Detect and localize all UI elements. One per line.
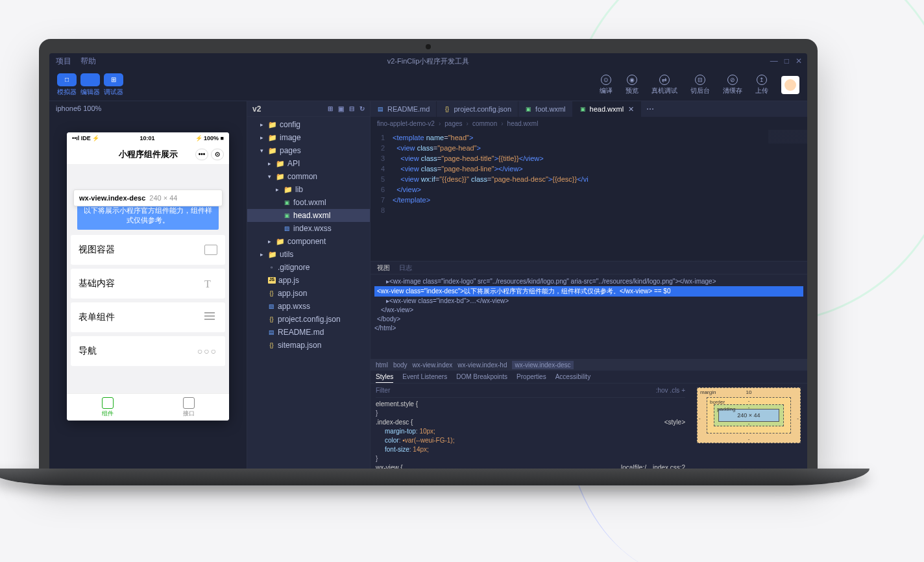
nav-title: 小程序组件展示 bbox=[119, 149, 178, 160]
list-item[interactable]: 表单组件 bbox=[71, 302, 225, 332]
maximize-icon[interactable]: □ bbox=[784, 56, 789, 66]
tree-item[interactable]: ▸📁component bbox=[247, 235, 370, 248]
tab-log[interactable]: 日志 bbox=[399, 263, 412, 273]
editor-tab[interactable]: ▣head.wxml✕ bbox=[573, 101, 642, 117]
code-line[interactable]: 2 <view class="page-head"> bbox=[371, 143, 807, 153]
code-line[interactable]: 5 <view wx:if="{{desc}}" class="page-hea… bbox=[371, 174, 807, 184]
devtools-subtab[interactable]: Accessibility bbox=[555, 373, 590, 380]
devtools-dom-tree[interactable]: ▸<wx-image class="index-logo" src="../re… bbox=[371, 275, 807, 359]
tree-item[interactable]: ▤README.md bbox=[247, 326, 370, 339]
tab-overflow-icon[interactable]: ⋯ bbox=[641, 101, 659, 117]
list-item[interactable]: 视图容器 bbox=[71, 235, 225, 265]
crumb-segment[interactable]: pages bbox=[444, 120, 462, 127]
toolbar: □ 模拟器 编辑器 ⊞ 调试器 ⊙编译 ◉预览 ⇄真机调试 ⊟切后台 ⊘清缓存 … bbox=[49, 69, 807, 101]
tabbar-item[interactable]: 接口 bbox=[148, 394, 229, 421]
dom-row-selected[interactable]: <wx-view class="index-desc">以下将展示小程序官方组件… bbox=[374, 286, 803, 297]
tree-item[interactable]: ▸📁lib bbox=[247, 183, 370, 196]
devtools-breadcrumb: htmlbodywx-view.indexwx-view.index-hdwx-… bbox=[371, 359, 807, 371]
devtools-box-model[interactable]: margin 10 - - - border - padding - bbox=[690, 384, 807, 469]
action-真机调试[interactable]: ⇄真机调试 bbox=[651, 75, 677, 95]
window-title: v2-FinClip小程序开发工具 bbox=[387, 56, 470, 66]
camera-dot bbox=[426, 44, 431, 49]
code-editor[interactable]: 1<template name="head"> 2 <view class="p… bbox=[371, 130, 807, 261]
menu-help[interactable]: 帮助 bbox=[80, 56, 96, 67]
phone-preview[interactable]: ••ıl IDE ⚡ 10:01 ⚡ 100% ■ 小程序组件展示 ••• ⊙ … bbox=[67, 132, 229, 421]
code-line[interactable]: 6 </view> bbox=[371, 184, 807, 195]
tabbar-item[interactable]: 组件 bbox=[67, 394, 148, 421]
toolbar-btn-1[interactable]: 编辑器 bbox=[80, 73, 100, 97]
dom-row: </wx-view> bbox=[374, 306, 803, 315]
code-line[interactable]: 7</template> bbox=[371, 195, 807, 205]
tree-item[interactable]: ▣foot.wxml bbox=[247, 196, 370, 209]
crumb-segment[interactable]: fino-applet-demo-v2 bbox=[377, 120, 435, 127]
tree-item[interactable]: ▸📁config bbox=[247, 118, 370, 131]
dom-crumb-item[interactable]: wx-view.index-hd bbox=[457, 361, 507, 369]
hov-toggle[interactable]: :hov .cls + bbox=[656, 386, 685, 395]
tree-item[interactable]: {}app.json bbox=[247, 287, 370, 300]
avatar[interactable] bbox=[781, 76, 799, 94]
dom-row[interactable]: ▸<wx-view class="index-bd">…</wx-view> bbox=[374, 297, 803, 306]
action-清缓存[interactable]: ⊘清缓存 bbox=[723, 75, 742, 95]
tree-item[interactable]: ▣head.wxml bbox=[247, 209, 370, 222]
dom-row[interactable]: ▸<wx-image class="index-logo" src="../re… bbox=[374, 277, 803, 286]
tab-close-icon[interactable]: ✕ bbox=[628, 105, 634, 114]
code-line[interactable]: 4 <view class="page-head-line"></view> bbox=[371, 164, 807, 174]
editor-tab[interactable]: ▣foot.wxml bbox=[518, 101, 572, 117]
minimize-icon[interactable]: — bbox=[770, 56, 778, 66]
code-line[interactable]: 8 bbox=[371, 205, 807, 215]
capsule-close-icon[interactable]: ⊙ bbox=[211, 149, 224, 160]
devtools-top-tabs: 视图 日志 bbox=[371, 262, 807, 275]
devtools-subtab[interactable]: Styles bbox=[376, 371, 393, 383]
crumb-segment[interactable]: head.wxml bbox=[507, 120, 539, 127]
tree-root[interactable]: v2 ⊞ ▣ ⊟ ↻ bbox=[247, 101, 370, 117]
close-icon[interactable]: ✕ bbox=[796, 56, 802, 66]
list-item[interactable]: 导航○○○ bbox=[71, 336, 225, 366]
capsule-more-icon[interactable]: ••• bbox=[195, 149, 208, 160]
tree-item[interactable]: ▾📁common bbox=[247, 170, 370, 183]
simulator-device-label: iphone6 100% bbox=[49, 101, 247, 116]
list-item[interactable]: 基础内容T bbox=[71, 269, 225, 299]
minimap[interactable] bbox=[768, 130, 807, 261]
toolbar-btn-0[interactable]: □ 模拟器 bbox=[57, 73, 77, 97]
action-预览[interactable]: ◉预览 bbox=[626, 75, 638, 95]
tree-item[interactable]: ▸📁image bbox=[247, 131, 370, 144]
menubar: 项目 帮助 v2-FinClip小程序开发工具 — □ ✕ bbox=[49, 53, 807, 69]
tree-item[interactable]: ▸📁API bbox=[247, 157, 370, 170]
breadcrumb: fino-applet-demo-v2›pages›common›head.wx… bbox=[371, 117, 807, 130]
tree-item[interactable]: ▨index.wxss bbox=[247, 222, 370, 235]
devtools-subtab[interactable]: Properties bbox=[517, 373, 546, 380]
tree-item[interactable]: {}sitemap.json bbox=[247, 339, 370, 352]
devtools-style-rules[interactable]: Filter :hov .cls + element.style { } .in… bbox=[371, 384, 690, 469]
dom-crumb-item[interactable]: html bbox=[376, 361, 388, 369]
collapse-icon[interactable]: ⊟ bbox=[349, 105, 354, 112]
tree-item[interactable]: ▸📁utils bbox=[247, 248, 370, 261]
editor-tab[interactable]: ▤README.md bbox=[371, 101, 437, 117]
tree-item[interactable]: ▫.gitignore bbox=[247, 261, 370, 274]
action-上传[interactable]: ↥上传 bbox=[755, 75, 768, 95]
action-切后台[interactable]: ⊟切后台 bbox=[690, 75, 710, 95]
refresh-icon[interactable]: ↻ bbox=[359, 105, 365, 112]
devtools-subtab[interactable]: Event Listeners bbox=[402, 373, 447, 380]
dom-row: </body> bbox=[374, 315, 803, 324]
phone-tabbar: 组件 接口 bbox=[67, 393, 229, 421]
tab-view[interactable]: 视图 bbox=[377, 263, 390, 273]
file-tree-panel: v2 ⊞ ▣ ⊟ ↻ ▸📁config ▸📁image ▾📁pages ▸📁AP… bbox=[247, 101, 371, 469]
tree-item[interactable]: {}project.config.json bbox=[247, 313, 370, 326]
tree-item[interactable]: ▨app.wxss bbox=[247, 300, 370, 313]
dom-crumb-item[interactable]: wx-view.index bbox=[413, 361, 453, 369]
filter-input[interactable]: Filter bbox=[376, 386, 390, 395]
code-line[interactable]: 1<template name="head"> bbox=[371, 132, 807, 143]
devtools-subtab[interactable]: DOM Breakpoints bbox=[456, 373, 507, 380]
new-file-icon[interactable]: ⊞ bbox=[328, 105, 333, 112]
dom-crumb-item[interactable]: wx-view.index-desc bbox=[512, 361, 573, 369]
tree-item[interactable]: ▾📁pages bbox=[247, 144, 370, 157]
new-folder-icon[interactable]: ▣ bbox=[338, 105, 344, 112]
dom-crumb-item[interactable]: body bbox=[393, 361, 407, 369]
crumb-segment[interactable]: common bbox=[472, 120, 497, 127]
tree-item[interactable]: JSapp.js bbox=[247, 274, 370, 287]
action-编译[interactable]: ⊙编译 bbox=[600, 75, 613, 95]
editor-tab[interactable]: {}project.config.json bbox=[437, 101, 518, 117]
menu-project[interactable]: 项目 bbox=[56, 56, 71, 67]
code-line[interactable]: 3 <view class="page-head-title">{{title}… bbox=[371, 153, 807, 164]
toolbar-btn-2[interactable]: ⊞ 调试器 bbox=[104, 73, 123, 97]
